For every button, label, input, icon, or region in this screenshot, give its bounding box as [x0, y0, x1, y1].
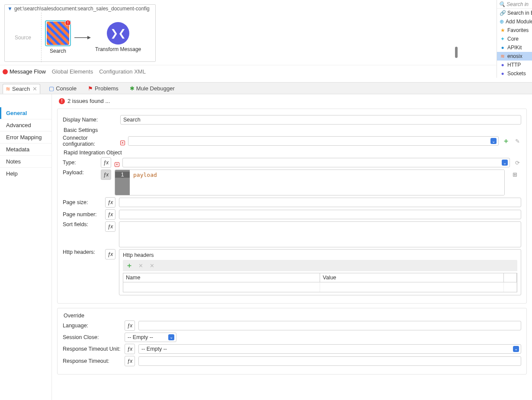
- close-icon[interactable]: ✕: [32, 86, 37, 92]
- http-headers-label: Http headers:: [63, 249, 102, 255]
- source-slot[interactable]: Source: [5, 13, 42, 62]
- page-number-label: Page number:: [63, 211, 102, 218]
- transform-node-label: Transform Message: [95, 46, 141, 52]
- side-nav-notes[interactable]: Notes: [0, 155, 51, 167]
- language-input[interactable]: [138, 321, 521, 330]
- chevron-down-icon: ⌄: [168, 334, 174, 340]
- palette-item-enosix[interactable]: ≋enosix: [497, 52, 532, 61]
- palette-item-apikit[interactable]: ●APIKit: [497, 43, 532, 52]
- fx-button[interactable]: ƒx: [101, 157, 111, 168]
- tab-console[interactable]: ▢Console: [46, 84, 79, 93]
- side-nav-advanced[interactable]: Advanced: [0, 119, 51, 131]
- error-badge-icon: !: [65, 20, 71, 26]
- rtu-select[interactable]: -- Empty -- ⌄: [138, 344, 521, 354]
- col-value: Value: [320, 273, 504, 282]
- palette-search[interactable]: 🔍 Search in: [497, 0, 532, 9]
- display-name-input[interactable]: [120, 115, 521, 125]
- sort-fields-row: Sort fields: ƒx: [63, 221, 521, 247]
- http-headers-table[interactable]: NameValue: [123, 273, 517, 292]
- fx-button[interactable]: ƒx: [105, 221, 115, 232]
- override-panel: Override Language: ƒx Session Close: -- …: [57, 308, 527, 374]
- side-nav-general[interactable]: General: [0, 107, 51, 119]
- map-icon[interactable]: ⊞: [508, 170, 521, 178]
- sort-fields-label: Sort fields:: [63, 221, 102, 227]
- error-marker-icon: [120, 139, 125, 143]
- page-size-label: Page size:: [63, 199, 102, 205]
- add-config-button[interactable]: ＋: [502, 137, 510, 145]
- http-headers-inner-label: Http headers: [123, 252, 517, 258]
- palette-item-search-in-e[interactable]: 🔗Search in E: [497, 9, 532, 17]
- palette-item-add-module[interactable]: ⊕Add Module: [497, 17, 532, 26]
- search-node[interactable]: ! Search: [45, 20, 71, 54]
- fx-button[interactable]: ƒx: [105, 209, 115, 220]
- table-row: [123, 282, 517, 292]
- refresh-button[interactable]: ⟳: [513, 159, 521, 166]
- language-label: Language:: [63, 323, 121, 329]
- response-timeout-input[interactable]: [138, 356, 521, 366]
- chevron-down-icon: ⌄: [502, 160, 508, 166]
- rio-label: Rapid Integration Object: [64, 150, 521, 156]
- override-label: Override: [64, 313, 521, 319]
- connector-config-label: Connector configuration:: [63, 135, 117, 147]
- response-timeout-unit-row: Response Timeout Unit: ƒx -- Empty -- ⌄: [63, 344, 521, 354]
- type-select[interactable]: ⌄: [122, 158, 510, 167]
- delete-header-button[interactable]: ✕: [137, 262, 144, 269]
- type-row: Type: ƒx ⌄ ⟳: [63, 157, 521, 168]
- properties-body: ! 2 issues found ... Display Name: Basic…: [52, 94, 532, 400]
- add-header-button[interactable]: ＋: [125, 262, 133, 269]
- issues-banner[interactable]: ! 2 issues found ...: [57, 97, 527, 109]
- issues-text: 2 issues found ...: [67, 98, 110, 104]
- palette-search-placeholder: Search in: [506, 1, 529, 7]
- side-nav-error-mapping[interactable]: Error Mapping: [0, 131, 51, 143]
- fx-button[interactable]: ƒx: [105, 249, 115, 259]
- fx-button[interactable]: ƒx: [101, 170, 111, 180]
- line-gutter: 1: [115, 170, 130, 195]
- edit-config-button[interactable]: ✎: [513, 137, 521, 145]
- palette-item-favorites[interactable]: ★Favorites: [497, 26, 532, 35]
- session-close-select[interactable]: -- Empty -- ⌄: [125, 333, 176, 342]
- tab-search[interactable]: ≋ Search ✕: [3, 84, 40, 94]
- payload-editor[interactable]: 1 payload: [115, 170, 505, 195]
- tab-global-elements[interactable]: Global Elements: [52, 68, 93, 75]
- flow-title: ▼ get:\search\salesdocument:search_sales…: [5, 5, 155, 13]
- tab-problems[interactable]: ⚑Problems: [85, 84, 121, 93]
- chevron-down-icon: ⌄: [513, 346, 519, 352]
- basic-settings-label: Basic Settings: [64, 127, 521, 133]
- transform-node-icon: ❯❮: [107, 22, 129, 45]
- fx-button[interactable]: ƒx: [125, 344, 135, 354]
- clear-headers-button[interactable]: ✕: [148, 262, 156, 269]
- collapse-icon[interactable]: ▼: [7, 6, 13, 12]
- http-headers-box: Http headers ＋ ✕ ✕ NameValue: [119, 249, 521, 295]
- canvas-tabs: Message Flow Global Elements Configurati…: [0, 65, 497, 78]
- tab-configuration-xml[interactable]: Configuration XML: [99, 68, 146, 75]
- error-marker-icon: [115, 160, 119, 165]
- tab-mule-debugger[interactable]: ✱Mule Debugger: [127, 84, 177, 93]
- transform-node[interactable]: ❯❮ Transform Message: [95, 22, 141, 52]
- palette-item-core[interactable]: ✦Core: [497, 35, 532, 43]
- side-nav-metadata[interactable]: Metadata: [0, 143, 51, 155]
- fx-button[interactable]: ƒx: [125, 320, 135, 331]
- flow-container[interactable]: ▼ get:\search\salesdocument:search_sales…: [4, 4, 156, 62]
- page-size-input[interactable]: [119, 198, 521, 207]
- search-node-label: Search: [50, 48, 66, 54]
- fx-button[interactable]: ƒx: [125, 356, 135, 366]
- language-row: Language: ƒx: [63, 320, 521, 331]
- payload-code[interactable]: payload: [130, 170, 504, 195]
- page-number-input[interactable]: [119, 210, 521, 219]
- fx-button[interactable]: ƒx: [105, 197, 115, 208]
- page-number-row: Page number: ƒx: [63, 209, 521, 220]
- view-tabs: ≋ Search ✕ ▢Console ⚑Problems ✱Mule Debu…: [0, 82, 532, 94]
- display-name-row: Display Name:: [63, 115, 521, 125]
- problems-icon: ⚑: [88, 85, 93, 92]
- sort-fields-input[interactable]: [119, 221, 521, 247]
- palette-icon: ●: [500, 70, 506, 77]
- session-close-value: -- Empty --: [128, 334, 153, 340]
- response-timeout-row: Response Timeout: ƒx: [63, 356, 521, 366]
- tab-message-flow[interactable]: Message Flow: [3, 68, 46, 75]
- side-nav-help[interactable]: Help: [0, 167, 51, 179]
- palette-item-sockets[interactable]: ●Sockets: [497, 69, 532, 78]
- session-close-label: Session Close:: [63, 334, 121, 340]
- scrollbar-thumb[interactable]: [455, 47, 458, 58]
- connector-config-select[interactable]: ⌄: [128, 136, 499, 146]
- palette-item-http[interactable]: ●HTTP: [497, 61, 532, 69]
